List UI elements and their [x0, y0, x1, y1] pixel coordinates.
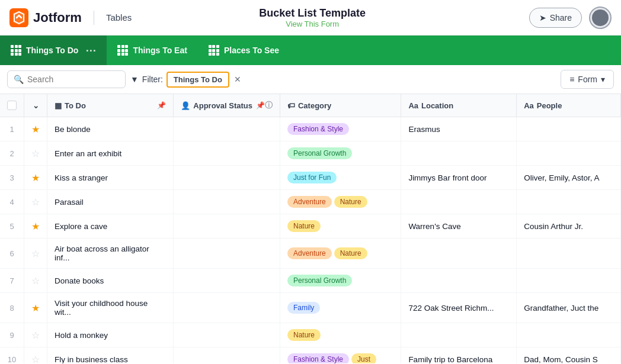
info-icon[interactable]: ⓘ	[265, 100, 273, 111]
row-star[interactable]: ☆	[24, 269, 47, 293]
table-row: 4☆ParasailAdventureNature	[0, 190, 621, 214]
star-empty-icon[interactable]: ☆	[31, 355, 40, 364]
row-approval	[174, 166, 280, 190]
star-empty-icon[interactable]: ☆	[31, 149, 40, 159]
th-approval-label: Approval Status	[193, 101, 252, 110]
row-location: 722 Oak Street Richm...	[401, 293, 517, 323]
row-number: 1	[0, 117, 24, 141]
th-location[interactable]: Aa Location	[401, 94, 517, 117]
search-box[interactable]: 🔍	[7, 70, 126, 88]
category-tag[interactable]: Personal Growth	[287, 275, 352, 286]
tab-things-to-do[interactable]: Things To Do ⋯	[0, 36, 107, 65]
row-todo[interactable]: Explore a cave	[47, 214, 174, 239]
th-approval[interactable]: 👤 Approval Status 📌 ⓘ	[174, 94, 280, 117]
view-form-link[interactable]: View This Form	[132, 20, 493, 28]
filter-close-icon[interactable]: ✕	[234, 75, 241, 84]
category-tag[interactable]: Nature	[287, 220, 321, 232]
row-location	[401, 323, 517, 347]
tab-places-to-see[interactable]: Places To See	[198, 36, 290, 65]
row-star[interactable]: ☆	[24, 347, 47, 364]
star-filled-icon[interactable]: ★	[31, 124, 40, 134]
row-category: Fashion & StyleJust	[280, 347, 401, 364]
th-todo[interactable]: ▦ To Do 📌	[47, 94, 174, 117]
grid-icon-places-to-see	[209, 45, 219, 56]
share-arrow-icon: ➤	[539, 13, 546, 22]
search-icon: 🔍	[14, 75, 24, 84]
star-empty-icon[interactable]: ☆	[31, 249, 40, 259]
th-people[interactable]: Aa People	[517, 94, 621, 117]
logo-text: Jotform	[33, 10, 82, 25]
star-empty-icon[interactable]: ☆	[31, 276, 40, 286]
row-number: 3	[0, 166, 24, 190]
star-filled-icon[interactable]: ★	[31, 221, 40, 231]
category-tag[interactable]: Adventure	[287, 247, 332, 259]
pin-icon-approval: 📌	[256, 101, 265, 109]
row-star[interactable]: ☆	[24, 239, 47, 269]
category-tag[interactable]: Just for Fun	[287, 172, 337, 183]
category-tag[interactable]: Nature	[334, 196, 367, 208]
avatar[interactable]	[589, 7, 612, 29]
share-label: Share	[550, 13, 572, 22]
row-category: Nature	[280, 214, 401, 239]
category-tag[interactable]: Personal Growth	[287, 147, 352, 159]
row-people	[517, 269, 621, 293]
row-star[interactable]: ☆	[24, 141, 47, 166]
tab-things-to-eat[interactable]: Things To Eat	[107, 36, 198, 65]
category-tag[interactable]: Fashion & Style	[287, 353, 349, 363]
main-table: ⌄ ▦ To Do 📌 👤 Approval	[0, 94, 621, 363]
tab-menu-icon[interactable]: ⋯	[85, 44, 96, 57]
table-body: 1★Be blondeFashion & StyleErasmus2☆Enter…	[0, 117, 621, 364]
row-todo[interactable]: Kiss a stranger	[47, 166, 174, 190]
filter-section: ▼ Filter: Things To Do ✕	[130, 72, 241, 88]
category-tag[interactable]: Adventure	[287, 196, 332, 208]
row-location	[401, 190, 517, 214]
row-star[interactable]: ★	[24, 117, 47, 141]
row-todo[interactable]: Parasail	[47, 190, 174, 214]
row-star[interactable]: ☆	[24, 323, 47, 347]
header-checkbox[interactable]	[7, 101, 17, 110]
row-todo[interactable]: Donate books	[47, 269, 174, 293]
row-star[interactable]: ☆	[24, 190, 47, 214]
row-todo[interactable]: Hold a monkey	[47, 323, 174, 347]
star-empty-icon[interactable]: ☆	[31, 330, 40, 340]
tab-label-things-to-do: Things To Do	[26, 46, 78, 55]
chevron-down-icon[interactable]: ⌄	[33, 101, 39, 110]
filter-tag[interactable]: Things To Do	[167, 72, 229, 88]
row-number: 9	[0, 323, 24, 347]
row-todo[interactable]: Fly in business class	[47, 347, 174, 364]
category-tag[interactable]: Family	[287, 302, 320, 314]
share-button[interactable]: ➤ Share	[529, 8, 582, 28]
star-filled-icon[interactable]: ★	[31, 173, 40, 183]
row-category: Fashion & Style	[280, 117, 401, 141]
category-tag[interactable]: Fashion & Style	[287, 123, 349, 135]
row-star[interactable]: ★	[24, 293, 47, 323]
row-approval	[174, 117, 280, 141]
table-row: 1★Be blondeFashion & StyleErasmus	[0, 117, 621, 141]
row-star[interactable]: ★	[24, 166, 47, 190]
row-people: Dad, Mom, Cousin S	[517, 347, 621, 364]
table-row: 2☆Enter an art exhibitPersonal Growth	[0, 141, 621, 166]
category-tag[interactable]: Nature	[287, 329, 321, 341]
row-todo[interactable]: Be blonde	[47, 117, 174, 141]
category-tag[interactable]: Nature	[334, 247, 367, 259]
th-star: ⌄	[24, 94, 47, 117]
category-tag[interactable]: Just	[351, 353, 376, 363]
star-empty-icon[interactable]: ☆	[31, 197, 40, 207]
row-location	[401, 239, 517, 269]
form-button[interactable]: ≡ Form ▾	[561, 70, 614, 89]
filter-bar: 🔍 ▼ Filter: Things To Do ✕ ≡ Form ▾	[0, 65, 621, 94]
row-star[interactable]: ★	[24, 214, 47, 239]
row-location: Jimmys Bar front door	[401, 166, 517, 190]
star-filled-icon[interactable]: ★	[31, 303, 40, 313]
row-approval	[174, 293, 280, 323]
th-checkbox[interactable]	[0, 94, 24, 117]
row-number: 7	[0, 269, 24, 293]
row-category: AdventureNature	[280, 239, 401, 269]
row-todo[interactable]: Enter an art exhibit	[47, 141, 174, 166]
th-category[interactable]: 🏷 Category	[280, 94, 401, 117]
row-todo[interactable]: Visit your childhood house wit...	[47, 293, 174, 323]
search-input[interactable]	[27, 75, 116, 84]
table-row: 5★Explore a caveNatureWarren's CaveCousi…	[0, 214, 621, 239]
row-todo[interactable]: Air boat across an alligator inf...	[47, 239, 174, 269]
row-location	[401, 141, 517, 166]
